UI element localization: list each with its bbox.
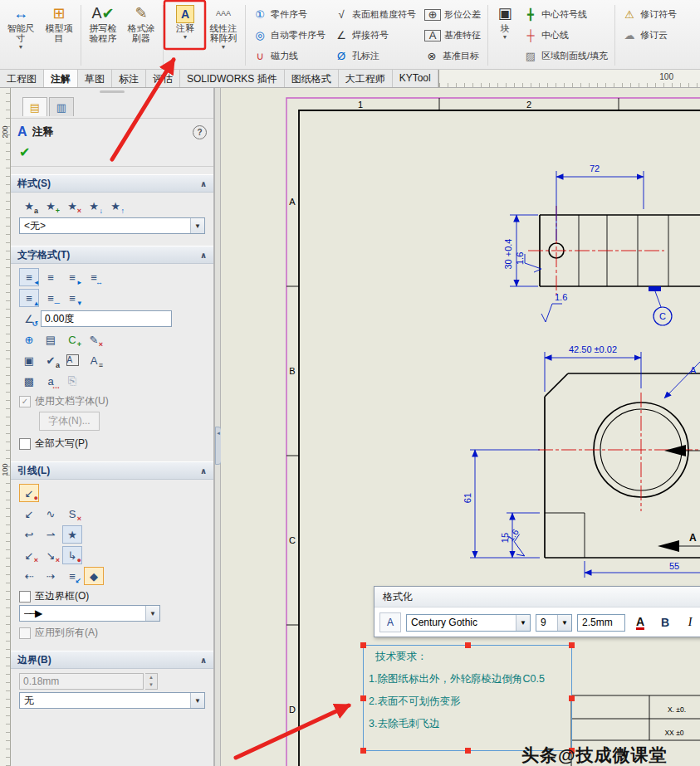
- dim-30[interactable]: 30 +0.4: [503, 238, 513, 269]
- section-text-format-header[interactable]: 文字格式(T) ∧: [11, 246, 213, 264]
- leader-style-3-button[interactable]: ≡↙: [62, 567, 82, 585]
- top-view[interactable]: 72 30 +0.4 1.6 1.6: [503, 163, 700, 325]
- insert-picture-button[interactable]: ▩: [19, 372, 39, 390]
- no-leader-button[interactable]: S×: [62, 505, 82, 523]
- balloon-button[interactable]: ① 零件序号: [248, 4, 330, 25]
- add-style-button[interactable]: ★+: [41, 197, 61, 215]
- panel-grip[interactable]: [11, 88, 213, 95]
- paste-format-button[interactable]: ⎘: [62, 372, 82, 390]
- leader-nearest-button[interactable]: ↳●: [62, 546, 82, 564]
- formatting-toolbar-title[interactable]: 格式化: [374, 587, 700, 607]
- selection-handle[interactable]: [360, 642, 366, 648]
- dim-61[interactable]: 61: [463, 493, 472, 503]
- selection-handle[interactable]: [569, 642, 575, 648]
- spell-checker-button[interactable]: A✔ 拼写检验程序: [84, 2, 122, 69]
- leader-left-button[interactable]: ↙×: [19, 546, 39, 564]
- insert-symbol-button[interactable]: C+: [62, 330, 82, 349]
- selection-handle[interactable]: [465, 642, 471, 648]
- align-middle-button[interactable]: ≡─: [41, 289, 61, 307]
- angle-input[interactable]: [41, 310, 172, 327]
- insert-hyperlink-button[interactable]: ⊕: [19, 330, 39, 349]
- linear-note-pattern-button[interactable]: AAA 线性注释阵列 ▼: [204, 2, 242, 69]
- auto-leader-button[interactable]: ↙●: [19, 484, 39, 502]
- to-bounding-box-checkbox[interactable]: ✓: [19, 591, 31, 603]
- technical-requirements-note[interactable]: 技术要求： 1.除图纸标出外，外轮廓棱边倒角C0.5 2.表面不可划伤变形 3.…: [363, 645, 572, 751]
- underlined-leader-button[interactable]: ★: [62, 525, 82, 544]
- align-top-button[interactable]: ≡▴: [19, 289, 39, 307]
- text-height-field[interactable]: 2.5mm: [577, 614, 625, 632]
- revision-cloud-button[interactable]: ☁ 修订云: [618, 25, 681, 46]
- load-style-button[interactable]: ★↑: [105, 197, 125, 215]
- unlock-note-button[interactable]: ✎×: [84, 330, 104, 349]
- misspelled-word-button[interactable]: a…: [41, 372, 61, 390]
- dim-72[interactable]: 72: [590, 163, 600, 173]
- hole-callout-button[interactable]: Ø 孔标注: [330, 46, 420, 66]
- align-left-button[interactable]: ≡◂: [19, 268, 39, 286]
- border-thickness-input[interactable]: [19, 673, 144, 690]
- tab-dimension[interactable]: 标注: [112, 70, 146, 87]
- justify-button[interactable]: ≡↔: [84, 268, 104, 286]
- geometric-tolerance-button[interactable]: ⊕ 形位公差: [420, 4, 485, 25]
- surface-finish-bottom[interactable]: 1.6: [541, 292, 567, 322]
- selection-handle[interactable]: [465, 748, 471, 754]
- note-button[interactable]: A 注释 ▼: [166, 2, 204, 69]
- tab-da-gong-cheng-shi[interactable]: 大工程师: [339, 70, 393, 87]
- arrow-style-select[interactable]: ──▶ ▼: [19, 605, 160, 622]
- ok-check-icon[interactable]: ✔: [19, 145, 30, 159]
- tab-property-manager[interactable]: ▤: [22, 97, 47, 116]
- section-leader-header[interactable]: 引线(L) ∧: [11, 461, 213, 480]
- help-icon[interactable]: ?: [193, 125, 207, 139]
- align-right-button[interactable]: ≡▸: [62, 268, 82, 286]
- spell-check-note-button[interactable]: ✔a: [41, 351, 61, 369]
- magnetic-line-button[interactable]: ∪ 磁力线: [248, 46, 330, 66]
- surface-finish-button[interactable]: √ 表面粗糙度符号: [330, 4, 420, 25]
- dim-42-50[interactable]: 42.50 ±0.02: [569, 344, 617, 354]
- area-hatch-button[interactable]: ▨ 区域剖面线/填充: [519, 46, 612, 66]
- datum-target-button[interactable]: ⊗ 基准目标: [420, 46, 485, 66]
- section-arrows[interactable]: A A: [658, 362, 700, 552]
- apply-default-style-button[interactable]: ★a: [19, 197, 39, 215]
- straight-leader-button[interactable]: ⇀: [41, 525, 61, 544]
- bold-button[interactable]: B: [655, 612, 675, 632]
- tab-sheet-format[interactable]: 图纸格式: [285, 70, 339, 87]
- tab-evaluate[interactable]: 评估: [146, 70, 180, 87]
- multi-jog-leader-button[interactable]: ∿: [41, 505, 61, 523]
- graphics-area[interactable]: A B C D 1 2: [221, 88, 700, 766]
- center-mark-button[interactable]: ╋ 中心符号线: [519, 4, 612, 25]
- leader-style-2-button[interactable]: ⇢: [41, 567, 61, 585]
- leader-button[interactable]: ↙: [19, 505, 39, 523]
- block-button[interactable]: ▣ 块 ▼: [491, 2, 519, 69]
- front-view[interactable]: 42.50 ±0.02 61 15 55: [463, 344, 700, 578]
- bent-leader-button[interactable]: ↩: [19, 525, 39, 544]
- tab-drawing[interactable]: 工程图: [0, 70, 44, 87]
- font-name-select[interactable]: Century Gothic ▼: [406, 614, 531, 632]
- leader-style-1-button[interactable]: ⇠: [19, 567, 39, 585]
- revision-symbol-button[interactable]: ⚠ 修订符号: [618, 4, 681, 25]
- align-bottom-button[interactable]: ≡▾: [62, 289, 82, 307]
- format-painter-button[interactable]: ✎ 格式涂刷器: [122, 2, 160, 69]
- font-button[interactable]: 字体(N)...: [39, 412, 100, 431]
- selection-handle[interactable]: [569, 695, 575, 701]
- note-format-icon[interactable]: A: [379, 612, 401, 632]
- datum-c[interactable]: C: [649, 286, 672, 325]
- delete-style-button[interactable]: ★×: [62, 197, 82, 215]
- font-color-button[interactable]: A: [630, 612, 650, 632]
- tab-sketch[interactable]: 草图: [78, 70, 112, 87]
- smart-dimension-button[interactable]: ↔ 智能尺寸 ▼: [2, 2, 40, 69]
- model-items-button[interactable]: ⊞ 模型项目: [40, 2, 78, 69]
- leader-right-button[interactable]: ↘×: [41, 546, 61, 564]
- surface-finish-side[interactable]: 1.6: [515, 252, 541, 272]
- tab-annotation[interactable]: 注解: [44, 70, 78, 87]
- panel-splitter[interactable]: ◂: [214, 88, 221, 766]
- font-size-select[interactable]: 9 ▼: [536, 614, 572, 632]
- text-box-button[interactable]: A: [62, 351, 82, 369]
- align-center-button[interactable]: ≡: [41, 268, 61, 286]
- italic-button[interactable]: I: [680, 612, 700, 632]
- leader-style-4-button[interactable]: ◆: [84, 567, 104, 585]
- selection-handle[interactable]: [360, 695, 366, 701]
- tab-kytool[interactable]: KYTool: [393, 70, 438, 87]
- all-caps-checkbox[interactable]: ✓: [19, 438, 31, 450]
- section-style-header[interactable]: 样式(S) ∧: [11, 174, 213, 193]
- section-border-header[interactable]: 边界(B) ∧: [11, 651, 213, 669]
- selection-handle[interactable]: [360, 748, 366, 754]
